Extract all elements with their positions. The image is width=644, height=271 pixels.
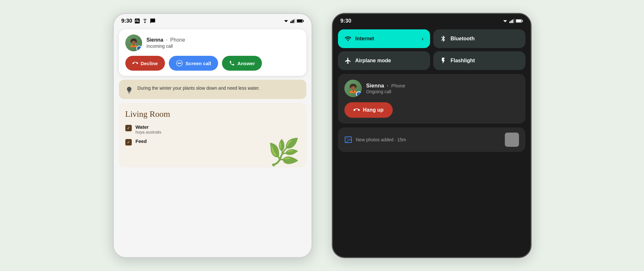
ongoing-call-card: 🧑🏾‍🦱 📞 Sienna · Phone Ongoing call Hang … — [338, 74, 525, 124]
qs-tile-flashlight[interactable]: Flashlight — [433, 51, 525, 70]
battery-icon-light — [297, 19, 304, 23]
ongoing-app-name: Phone — [391, 83, 405, 88]
internet-arrow: › — [422, 35, 424, 42]
svg-point-22 — [347, 138, 348, 139]
internet-label: Internet — [355, 36, 374, 42]
tip-text: During the winter your plants slow down … — [138, 85, 260, 92]
status-right-dark — [502, 19, 523, 23]
task-feed-text: Feed — [136, 138, 147, 144]
wifi-calling-icon — [142, 18, 148, 24]
time-dark: 9:30 — [341, 18, 351, 24]
svg-rect-14 — [509, 22, 510, 23]
hangup-label: Hang up — [363, 107, 384, 113]
nfc-icon — [134, 18, 140, 24]
svg-rect-4 — [293, 20, 294, 23]
checkbox-water[interactable]: ✓ — [125, 125, 132, 131]
notif-text: Sienna · Phone Incoming call — [147, 37, 185, 49]
screen-call-label: Screen call — [186, 61, 211, 66]
call-status-light: Incoming call — [147, 44, 185, 49]
task-water-sub: hoya australis — [136, 130, 161, 135]
svg-rect-17 — [513, 19, 514, 23]
answer-button[interactable]: Answer — [222, 56, 262, 71]
ongoing-separator: · — [387, 83, 389, 89]
new-photos-card: New photos added · 15m — [338, 127, 525, 152]
phone-app-badge: 📞 — [136, 45, 142, 51]
name-separator: · — [166, 37, 167, 43]
qs-tile-internet[interactable]: Internet › — [338, 29, 430, 48]
action-buttons: Decline Screen call Answer — [125, 56, 300, 71]
svg-rect-7 — [297, 20, 302, 22]
status-bar-dark: 9:30 — [333, 14, 531, 27]
quick-settings: Internet › Bluetooth Airplane mode Flash… — [333, 27, 531, 70]
answer-label: Answer — [237, 61, 255, 66]
hangup-button[interactable]: Hang up — [344, 102, 393, 118]
phone-light: 9:30 🧑🏾‍🦱 📞 — [113, 13, 312, 258]
caller-avatar: 🧑🏾‍🦱 📞 — [125, 35, 142, 51]
svg-point-11 — [179, 63, 180, 64]
svg-rect-2 — [290, 22, 291, 23]
wifi-icon-light — [283, 19, 289, 23]
living-room-card: Living Room ✓ Water hoya australis ✓ Fee… — [119, 103, 306, 167]
qs-tile-airplane[interactable]: Airplane mode — [338, 51, 430, 70]
new-photos-text: New photos added · 15m — [356, 137, 406, 142]
new-photos-thumbnail — [505, 133, 519, 147]
hangup-icon — [353, 107, 360, 113]
caller-name: Sienna — [147, 37, 163, 43]
flashlight-label: Flashlight — [451, 58, 475, 64]
ongoing-caller-avatar: 🧑🏾‍🦱 📞 — [344, 80, 362, 97]
decline-label: Decline — [141, 61, 158, 66]
airplane-icon — [344, 57, 351, 64]
ongoing-caller-name: Sienna — [366, 83, 384, 89]
sms-icon — [150, 18, 156, 24]
wifi-qs-icon — [344, 35, 351, 42]
app-name-light: Phone — [170, 37, 185, 43]
ongoing-name-row: Sienna · Phone — [366, 83, 405, 89]
living-room-title: Living Room — [125, 109, 300, 119]
tip-icon — [125, 85, 133, 94]
svg-point-12 — [180, 63, 181, 64]
answer-icon — [229, 60, 235, 66]
scene: 9:30 🧑🏾‍🦱 📞 — [0, 0, 644, 271]
caller-name-row: Sienna · Phone — [147, 37, 185, 43]
checkbox-feed[interactable]: ✓ — [125, 139, 132, 146]
decline-icon — [132, 60, 138, 66]
screen-call-button[interactable]: Screen call — [169, 56, 218, 71]
task-item-water: ✓ Water hoya australis — [125, 124, 300, 135]
bluetooth-icon — [440, 35, 447, 42]
incoming-call-card: 🧑🏾‍🦱 📞 Sienna · Phone Incoming call — [119, 29, 306, 76]
ongoing-text: Sienna · Phone Ongoing call — [366, 83, 405, 94]
svg-rect-5 — [294, 19, 295, 23]
svg-rect-20 — [522, 20, 523, 22]
svg-rect-3 — [292, 20, 293, 23]
phone-dark: 9:30 Internet › — [332, 13, 532, 258]
status-bar-light: 9:30 — [114, 14, 312, 27]
ongoing-phone-badge: 📞 — [356, 91, 362, 97]
photos-icon — [344, 136, 352, 144]
qs-tile-bluetooth[interactable]: Bluetooth — [433, 29, 525, 48]
airplane-label: Airplane mode — [355, 58, 391, 64]
task-feed-name: Feed — [136, 138, 147, 144]
qs-grid: Internet › Bluetooth Airplane mode Flash… — [338, 29, 525, 70]
flashlight-icon — [440, 57, 447, 64]
tip-card: During the winter your plants slow down … — [119, 80, 306, 99]
status-right-light — [283, 19, 304, 23]
svg-point-10 — [178, 63, 179, 64]
wifi-icon-dark — [502, 19, 508, 23]
screen-call-icon — [176, 60, 183, 67]
decline-button[interactable]: Decline — [125, 56, 165, 71]
bluetooth-label: Bluetooth — [451, 36, 475, 42]
svg-marker-13 — [503, 20, 507, 22]
status-icons-left: 9:30 — [121, 18, 156, 24]
ongoing-header: 🧑🏾‍🦱 📞 Sienna · Phone Ongoing call — [344, 80, 519, 97]
time-light: 9:30 — [121, 18, 132, 24]
plant-decoration: 🌿 — [268, 137, 300, 167]
svg-rect-19 — [516, 20, 521, 22]
task-water-text: Water hoya australis — [136, 124, 161, 135]
svg-rect-8 — [303, 20, 303, 22]
svg-rect-16 — [512, 20, 513, 23]
battery-icon-dark — [516, 19, 523, 23]
ongoing-subtitle: Ongoing call — [366, 89, 405, 94]
lightbulb-icon — [125, 86, 133, 94]
svg-rect-15 — [511, 20, 512, 23]
task-water-name: Water — [136, 124, 161, 130]
